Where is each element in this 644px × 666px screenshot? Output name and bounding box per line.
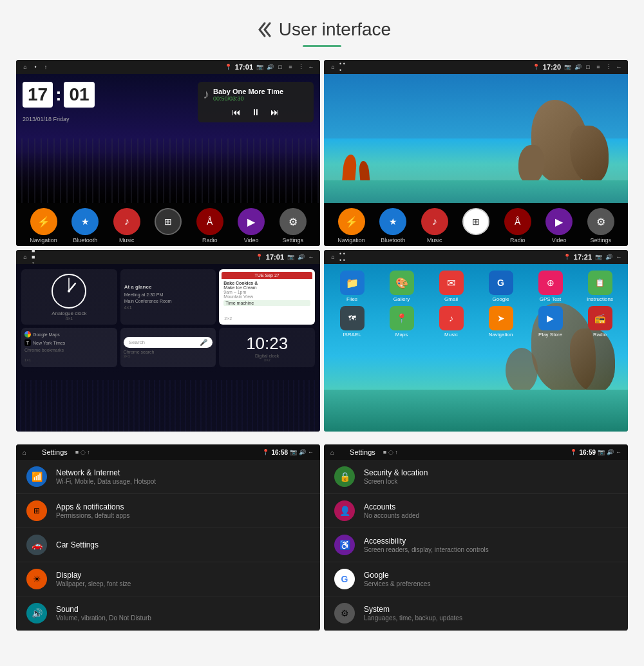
- s4-location-icon: 📍: [564, 253, 571, 261]
- s4-music-app[interactable]: ♪ Music: [428, 306, 474, 338]
- accessibility-settings-item[interactable]: ♿ Accessibility Screen readers, display,…: [324, 528, 628, 562]
- s3-volume-icon: 🔊: [297, 253, 305, 261]
- system-settings-item[interactable]: ⚙ System Languages, time, backup, update…: [324, 596, 628, 631]
- music-pause-btn[interactable]: ⏸: [251, 107, 260, 117]
- statusbar-left: ⌂ • ↑: [21, 63, 50, 71]
- maps-app[interactable]: 📍 Maps: [379, 306, 424, 338]
- music-next-btn[interactable]: ⏭: [270, 107, 279, 117]
- bluetooth-app-icon[interactable]: ★ Bluetooth: [71, 208, 99, 243]
- digital-clock-time: 10:23: [246, 334, 288, 354]
- page-header: User interface: [253, 0, 391, 60]
- volume-icon: 🔊: [266, 63, 274, 71]
- s4-statusbar-left: ⌂ • • • •: [329, 253, 347, 261]
- s2-radio-icon[interactable]: Å Radio: [504, 208, 531, 243]
- s2-music-icon[interactable]: ♪ Music: [421, 208, 448, 243]
- s2-signal-icon: □: [584, 63, 592, 71]
- network-settings-item[interactable]: 📶 Network & Internet Wi-Fi, Mobile, Data…: [16, 460, 320, 494]
- s2-video-icon[interactable]: ▶ Video: [545, 208, 573, 243]
- s4-radio-app[interactable]: 📻 Radio: [577, 306, 623, 338]
- calendar-content: Bake Cookies & Make Ice Cream 9am – 1pm …: [222, 279, 312, 315]
- play-store-app[interactable]: ▶ Play Store: [527, 306, 573, 338]
- display-sub: Wallpaper, sleep, font size: [56, 580, 310, 587]
- calendar-size: 2×2: [222, 315, 312, 322]
- s5-time: 16:58: [271, 449, 288, 456]
- s6-notif-icons: ■ ◌ ↑: [383, 449, 398, 455]
- back-icon: ←: [307, 63, 315, 71]
- s5-home-icon: ⌂: [23, 449, 26, 456]
- settings-panel-1: ⌂ Settings ■ ◌ ↑ 📍 16:58 📷 🔊 ← 📶 Network…: [16, 444, 320, 631]
- s5-back-icon: ←: [308, 449, 314, 455]
- s3-back-icon: ←: [307, 253, 315, 261]
- glance-label: At a glance: [124, 284, 213, 290]
- video-app-icon[interactable]: ▶ Video: [238, 208, 265, 243]
- gps-test-app[interactable]: ⊕ GPS Test: [527, 271, 573, 302]
- chrome-search-size: 3×1: [124, 354, 213, 358]
- settings2-statusbar: ⌂ Settings ■ ◌ ↑ 📍 16:59 📷 🔊 ←: [324, 444, 628, 460]
- apps-settings-icon: ⊞: [26, 500, 47, 521]
- bookmarks-item-2: New York Times: [33, 341, 65, 345]
- google-app[interactable]: G Google: [478, 271, 524, 302]
- menu-app-icon[interactable]: ⊞: [155, 208, 182, 243]
- s4-camera-icon: 📷: [594, 253, 602, 261]
- at-a-glance-widget: At a glance Meeting at 2:30 PMMain Confe…: [120, 269, 216, 325]
- s3-statusbar-left: ⌂ ■ ■ ↑: [21, 253, 39, 261]
- clock-date: 2013/01/18 Friday: [23, 116, 70, 122]
- accessibility-settings-icon: ♿: [334, 535, 355, 555]
- system-sub: Languages, time, backup, updates: [364, 614, 618, 622]
- gmail-app[interactable]: ✉ Gmail: [428, 271, 474, 302]
- accessibility-sub: Screen readers, display, interaction con…: [364, 546, 618, 553]
- more-icon: ⋮: [297, 63, 305, 71]
- gallery-app[interactable]: 🎨 Gallery: [379, 271, 424, 302]
- nav-app-icon[interactable]: ⚡ Navigation: [30, 208, 57, 243]
- s2-menu-icon[interactable]: ⊞: [462, 208, 489, 243]
- security-settings-item[interactable]: 🔒 Security & location Screen lock: [324, 460, 628, 494]
- s5-location-icon: 📍: [262, 449, 269, 455]
- s6-volume-icon: 🔊: [607, 449, 614, 455]
- s2-settings-icon[interactable]: ⚙ Settings: [587, 208, 614, 243]
- screen1-app-icons: ⚡ Navigation ★ Bluetooth ♪ Music ⊞ Å Rad…: [16, 203, 320, 246]
- analogue-clock-label: Analogue clock: [52, 310, 86, 316]
- s5-volume-icon: 🔊: [299, 449, 306, 455]
- radio-app-icon[interactable]: Å Radio: [196, 208, 223, 243]
- s2-nav-icon[interactable]: ⚡ Navigation: [337, 208, 365, 243]
- wifi-settings-icon: 📶: [26, 466, 47, 487]
- s4-nav-app[interactable]: ➤ Navigation: [478, 306, 524, 338]
- s3-notif-icons: ■ ■ ↑: [32, 253, 39, 261]
- sound-settings-item[interactable]: 🔊 Sound Volume, vibration, Do Not Distur…: [16, 596, 320, 631]
- chrome-search-label: Chrome search: [124, 350, 213, 354]
- accounts-settings-item[interactable]: 👤 Accounts No accounts added: [324, 494, 628, 528]
- security-title: Security & location: [364, 468, 618, 477]
- settings-app-icon[interactable]: ⚙ Settings: [279, 208, 307, 243]
- s3-location-icon: 📍: [256, 253, 263, 261]
- svg-line-2: [69, 283, 75, 291]
- apps-settings-item[interactable]: ⊞ Apps & notifications Permissions, defa…: [16, 494, 320, 528]
- network-title: Network & Internet: [56, 468, 310, 477]
- bookmarks-size: 1×1: [24, 358, 31, 362]
- s2-bluetooth-icon[interactable]: ★ Bluetooth: [379, 208, 406, 243]
- sound-settings-icon: 🔊: [26, 603, 47, 623]
- clock-widget: 17 : 01: [23, 82, 95, 108]
- glance-size: 4×1: [124, 305, 213, 310]
- screen3-panel: ⌂ ■ ■ ↑ 📍 17:01 📷 🔊 ←: [16, 250, 320, 432]
- display-title: Display: [56, 571, 310, 580]
- music-prev-btn[interactable]: ⏮: [232, 107, 241, 117]
- instructions-app[interactable]: 📋 Instructions: [577, 271, 623, 302]
- s6-location-icon: 📍: [570, 449, 577, 455]
- clock-colon: :: [55, 84, 61, 105]
- accounts-title: Accounts: [364, 502, 618, 511]
- car-settings-item[interactable]: 🚗 Car Settings: [16, 528, 320, 562]
- s2-camera-icon: 📷: [564, 63, 571, 71]
- digital-clock-size: 3×2: [264, 358, 270, 362]
- files-app[interactable]: 📁 Files: [329, 271, 375, 302]
- menu-icon: ≡: [287, 63, 294, 71]
- music-app-icon[interactable]: ♪ Music: [113, 208, 140, 243]
- s2-dots: • • •: [339, 63, 347, 71]
- s2-back-icon: ←: [615, 63, 623, 71]
- display-settings-item[interactable]: ☀ Display Wallpaper, sleep, font size: [16, 562, 320, 596]
- google-settings-item[interactable]: G Google Services & preferences: [324, 562, 628, 596]
- israel-app[interactable]: 🗺 ISRAEL: [329, 306, 375, 338]
- settings-panel-2: ⌂ Settings ■ ◌ ↑ 📍 16:59 📷 🔊 ← 🔒 Securit…: [324, 444, 628, 631]
- system-settings-icon: ⚙: [334, 603, 355, 623]
- clock-minutes: 01: [64, 82, 94, 108]
- screen1-statusbar: ⌂ • ↑ 📍 17:01 📷 🔊 □ ≡ ⋮ ←: [16, 60, 320, 74]
